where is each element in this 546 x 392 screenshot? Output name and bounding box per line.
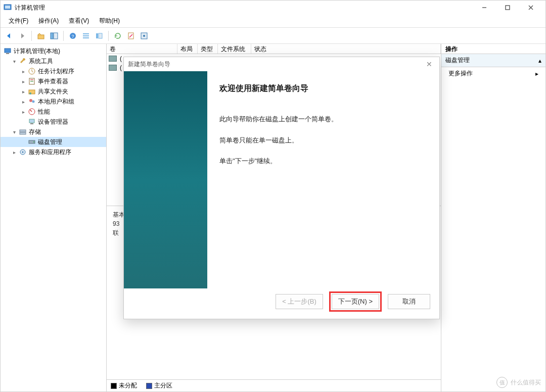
svg-point-37: [22, 152, 24, 153]
svg-rect-12: [83, 35, 89, 36]
legend: 未分配 主分区: [107, 379, 441, 391]
refresh-button[interactable]: [112, 30, 123, 41]
actions-sub[interactable]: 磁盘管理 ▴: [441, 54, 545, 67]
chevron-right-icon: ▸: [21, 109, 26, 115]
svg-rect-8: [54, 33, 58, 39]
minimize-button[interactable]: [473, 1, 496, 15]
col-layout[interactable]: 布局: [177, 44, 198, 54]
tree-event-viewer[interactable]: ▸ 事件查看器: [1, 76, 106, 86]
svg-rect-6: [38, 35, 44, 39]
volume-icon: [109, 65, 117, 71]
svg-point-28: [32, 101, 35, 103]
device-icon: [28, 118, 36, 126]
svg-point-35: [33, 141, 34, 142]
actions-more[interactable]: 更多操作 ▸: [441, 67, 545, 80]
tree-label: 本地用户和组: [38, 97, 74, 106]
svg-rect-30: [29, 119, 34, 123]
tree-storage[interactable]: ▾ 存储: [1, 127, 106, 137]
svg-rect-7: [51, 33, 53, 39]
wizard-title: 新建简单卷向导: [128, 60, 170, 69]
list-view-button[interactable]: [80, 30, 92, 41]
performance-icon: [28, 108, 36, 116]
highlight-annotation: 下一页(N) >: [329, 291, 382, 312]
forward-button[interactable]: [17, 30, 28, 41]
tree-shared-folders[interactable]: ▸ 共享文件夹: [1, 86, 106, 96]
tree-label: 事件查看器: [38, 77, 68, 86]
tree-label: 任务计划程序: [38, 67, 74, 76]
tree-task-scheduler[interactable]: ▸ 任务计划程序: [1, 66, 106, 76]
wizard-back-button[interactable]: < 上一步(B): [276, 294, 323, 309]
tree-label: 存储: [29, 128, 41, 136]
settings-button[interactable]: [139, 30, 150, 41]
wizard-content: 欢迎使用新建简单卷向导 此向导帮助你在磁盘上创建一个简单卷。 简单卷只能在单一磁…: [207, 71, 439, 288]
col-status[interactable]: 状态: [251, 44, 441, 54]
legend-label: 未分配: [119, 382, 137, 389]
chevron-right-icon: ▸: [21, 89, 26, 94]
tree-disk-management[interactable]: ▸ 磁盘管理: [1, 137, 106, 147]
svg-rect-23: [30, 79, 33, 80]
svg-rect-15: [99, 33, 102, 38]
tree-label: 系统工具: [29, 57, 53, 66]
menu-view[interactable]: 查看(V): [64, 15, 94, 27]
tree-services[interactable]: ▸ 服务和应用程序: [1, 147, 106, 157]
tree-label: 共享文件夹: [38, 87, 68, 96]
tree-performance[interactable]: ▸ 性能: [1, 107, 106, 117]
svg-rect-14: [96, 33, 98, 38]
watermark: 值 什么值得买: [496, 377, 541, 388]
show-hide-tree-button[interactable]: [49, 30, 60, 41]
log-icon: [28, 77, 36, 85]
maximize-button[interactable]: [496, 1, 519, 15]
tree-label: 设备管理器: [38, 118, 68, 126]
folder-share-icon: [28, 87, 36, 95]
wizard-close-button[interactable]: ✕: [423, 58, 435, 70]
menubar: 文件(F) 操作(A) 查看(V) 帮助(H): [1, 15, 545, 28]
volume-label: (: [120, 64, 122, 71]
chevron-right-icon: ▸: [21, 69, 26, 74]
wizard-next-button[interactable]: 下一页(N) >: [332, 294, 379, 309]
up-level-button[interactable]: [35, 30, 47, 41]
computer-icon: [4, 47, 12, 55]
wrench-icon: [19, 57, 27, 65]
chevron-down-icon: ▾: [12, 129, 17, 135]
svg-rect-31: [30, 123, 33, 124]
tree-label: 性能: [38, 108, 50, 116]
actions-pane: 操作 磁盘管理 ▴ 更多操作 ▸: [441, 44, 545, 391]
properties-button[interactable]: [125, 30, 136, 41]
svg-rect-19: [5, 48, 11, 53]
actions-more-label: 更多操作: [448, 69, 473, 78]
chevron-right-icon: ▸: [21, 79, 26, 84]
tree-label: 计算机管理(本地): [14, 47, 60, 56]
users-icon: [28, 97, 36, 106]
clock-icon: [28, 67, 36, 75]
svg-rect-33: [20, 132, 26, 134]
svg-text:?: ?: [71, 34, 74, 39]
new-simple-volume-wizard: 新建简单卷向导 ✕ 欢迎使用新建简单卷向导 此向导帮助你在磁盘上创建一个简单卷。…: [123, 57, 440, 319]
help-button[interactable]: ?: [67, 30, 78, 41]
menu-help[interactable]: 帮助(H): [94, 15, 125, 27]
close-button[interactable]: [519, 1, 542, 15]
volume-icon: [109, 56, 117, 62]
col-filesystem[interactable]: 文件系统: [218, 44, 251, 54]
menu-file[interactable]: 文件(F): [4, 15, 33, 27]
volume-label: (: [120, 55, 122, 62]
col-type[interactable]: 类型: [198, 44, 218, 54]
svg-rect-1: [5, 6, 10, 9]
tree-device-manager[interactable]: ▸ 设备管理器: [1, 117, 106, 127]
svg-rect-3: [506, 6, 510, 10]
watermark-text: 什么值得买: [511, 378, 541, 387]
menu-action[interactable]: 操作(A): [33, 15, 64, 27]
detail-view-button[interactable]: [94, 30, 105, 41]
wizard-cancel-button[interactable]: 取消: [388, 294, 430, 309]
actions-header: 操作: [441, 44, 545, 54]
watermark-badge: 值: [496, 377, 508, 388]
back-button[interactable]: [4, 30, 15, 41]
app-icon: [4, 3, 12, 13]
tree-root[interactable]: 计算机管理(本地): [1, 46, 106, 56]
chevron-right-icon: ▸: [12, 150, 17, 155]
tree-system-tools[interactable]: ▾ 系统工具: [1, 56, 106, 66]
tree-local-users[interactable]: ▸ 本地用户和组: [1, 96, 106, 107]
wizard-banner: [124, 71, 207, 288]
volume-list-header: 卷 布局 类型 文件系统 状态: [107, 44, 441, 54]
col-volume[interactable]: 卷: [107, 44, 177, 54]
svg-point-26: [29, 92, 31, 94]
